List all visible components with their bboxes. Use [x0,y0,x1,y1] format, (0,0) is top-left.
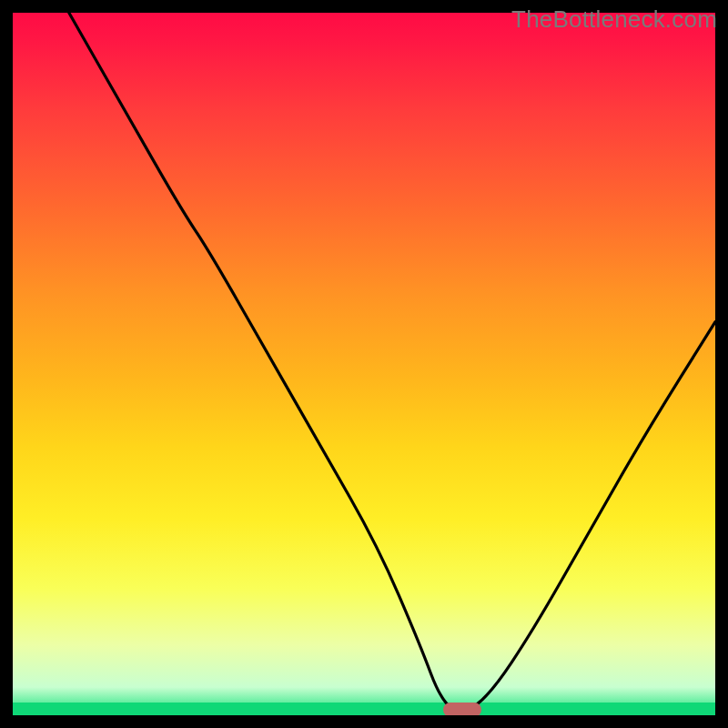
optimal-marker [443,703,481,715]
bottleneck-curve [13,13,715,715]
plot-area [13,13,715,715]
curve-path [69,13,715,711]
chart-frame: TheBottleneck.com [0,0,728,728]
watermark-text: TheBottleneck.com [511,5,717,34]
